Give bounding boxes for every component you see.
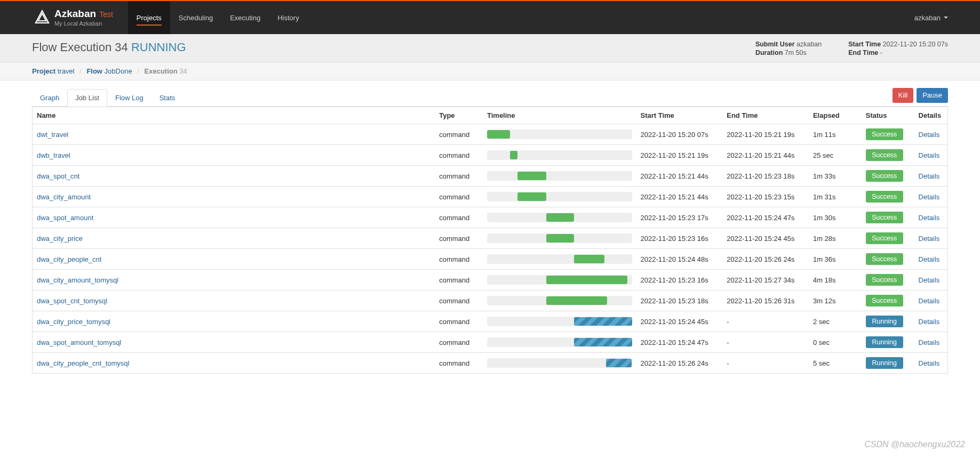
brand-tagline: My Local Azkaban bbox=[54, 20, 113, 27]
user-menu[interactable]: azkaban bbox=[914, 14, 948, 22]
start-time-label: Start Time bbox=[848, 41, 881, 48]
details-link[interactable]: Details bbox=[919, 255, 940, 263]
job-name-link[interactable]: dwt_travel bbox=[37, 131, 68, 139]
nav-item-history[interactable]: History bbox=[269, 1, 307, 34]
job-name-link[interactable]: dwa_city_price bbox=[37, 235, 83, 243]
job-name-link[interactable]: dwa_city_price_tomysql bbox=[37, 318, 110, 326]
status-badge: Success bbox=[866, 191, 903, 203]
caret-down-icon bbox=[944, 17, 948, 19]
job-name-link[interactable]: dwb_travel bbox=[37, 151, 70, 159]
details-link[interactable]: Details bbox=[919, 172, 940, 180]
exec-title-prefix: Flow Execution 34 bbox=[32, 41, 128, 54]
job-name-link[interactable]: dwa_city_amount bbox=[37, 193, 91, 201]
table-row: dwa_city_amount_tomysqlcommand2022-11-20… bbox=[33, 270, 948, 290]
kill-button[interactable]: Kill bbox=[893, 88, 913, 103]
duration-label: Duration bbox=[755, 49, 783, 57]
job-end: 2022-11-20 15:24 45s bbox=[722, 228, 809, 249]
job-type: command bbox=[435, 228, 483, 249]
timeline-bar bbox=[487, 254, 632, 264]
job-type: command bbox=[435, 187, 483, 207]
status-badge: Success bbox=[866, 149, 903, 161]
details-link[interactable]: Details bbox=[919, 214, 940, 222]
tab-flow-log[interactable]: Flow Log bbox=[107, 89, 152, 107]
col-timeline: Timeline bbox=[483, 107, 636, 124]
job-end: 2022-11-20 15:23 18s bbox=[722, 166, 809, 187]
job-name-link[interactable]: dwa_spot_amount bbox=[37, 214, 93, 222]
job-name-link[interactable]: dwa_spot_amount_tomysql bbox=[37, 338, 121, 346]
nav-item-scheduling[interactable]: Scheduling bbox=[170, 1, 221, 34]
breadcrumb-flow[interactable]: Flow JobDone bbox=[86, 67, 132, 75]
timeline-fill bbox=[546, 234, 574, 243]
azkaban-logo-icon bbox=[34, 10, 50, 26]
details-link[interactable]: Details bbox=[919, 235, 940, 243]
job-name-link[interactable]: dwa_city_people_cnt bbox=[37, 255, 101, 263]
details-link[interactable]: Details bbox=[919, 151, 940, 159]
timeline-fill bbox=[546, 276, 627, 284]
table-row: dwa_city_price_tomysqlcommand2022-11-20 … bbox=[33, 311, 948, 332]
breadcrumb-project[interactable]: Project travel bbox=[32, 67, 75, 75]
status-badge: Success bbox=[866, 232, 903, 244]
job-elapsed: 0 sec bbox=[809, 332, 862, 353]
nav-item-executing[interactable]: Executing bbox=[221, 1, 269, 34]
job-type: command bbox=[435, 311, 483, 332]
pause-button[interactable]: Pause bbox=[917, 88, 948, 103]
status-badge: Success bbox=[866, 253, 903, 265]
brand-main: Azkaban bbox=[54, 9, 96, 20]
job-start: 2022-11-20 15:23 16s bbox=[636, 228, 723, 249]
details-link[interactable]: Details bbox=[919, 276, 940, 284]
brand[interactable]: Azkaban Test My Local Azkaban bbox=[0, 9, 123, 27]
tab-stats[interactable]: Stats bbox=[152, 89, 184, 107]
timeline-bar bbox=[487, 296, 632, 305]
job-start: 2022-11-20 15:21 44s bbox=[636, 187, 723, 207]
start-time: 2022-11-20 15:20 07s bbox=[883, 41, 948, 48]
timeline-fill bbox=[517, 192, 546, 201]
job-type: command bbox=[435, 290, 483, 311]
job-name-link[interactable]: dwa_city_amount_tomysql bbox=[37, 276, 118, 284]
timeline-bar bbox=[487, 233, 632, 243]
job-start: 2022-11-20 15:24 47s bbox=[636, 332, 723, 353]
nav-item-projects[interactable]: Projects bbox=[128, 1, 170, 34]
execution-title: Flow Execution 34 RUNNING bbox=[32, 41, 186, 54]
job-name-link[interactable]: dwa_spot_cnt_tomysql bbox=[37, 297, 107, 305]
job-end: 2022-11-20 15:27 34s bbox=[722, 270, 809, 290]
job-start: 2022-11-20 15:20 07s bbox=[636, 124, 723, 145]
tab-graph[interactable]: Graph bbox=[32, 89, 67, 107]
tab-job-list[interactable]: Job List bbox=[67, 89, 107, 107]
timeline-bar bbox=[487, 213, 632, 222]
details-link[interactable]: Details bbox=[919, 338, 940, 346]
job-start: 2022-11-20 15:26 24s bbox=[636, 353, 723, 374]
job-name-link[interactable]: dwa_city_people_cnt_tomysql bbox=[37, 359, 129, 367]
nav-menu: ProjectsSchedulingExecutingHistory bbox=[128, 1, 308, 34]
job-elapsed: 1m 36s bbox=[809, 249, 862, 270]
timeline-fill bbox=[510, 151, 517, 159]
timeline-fill bbox=[546, 296, 607, 305]
status-badge: Success bbox=[866, 295, 903, 306]
details-link[interactable]: Details bbox=[919, 359, 940, 367]
job-elapsed: 2 sec bbox=[809, 311, 862, 332]
table-row: dwa_spot_cntcommand2022-11-20 15:21 44s2… bbox=[33, 166, 948, 187]
table-row: dwa_city_people_cnt_tomysqlcommand2022-1… bbox=[33, 353, 948, 374]
details-link[interactable]: Details bbox=[919, 193, 940, 201]
job-start: 2022-11-20 15:21 44s bbox=[636, 166, 723, 187]
table-header-row: Name Type Timeline Start Time End Time E… bbox=[33, 107, 948, 124]
timeline-bar bbox=[487, 150, 632, 160]
col-details: Details bbox=[914, 107, 948, 124]
status-badge: Success bbox=[866, 212, 903, 223]
exec-title-status: RUNNING bbox=[131, 41, 186, 54]
timeline-bar bbox=[487, 358, 632, 368]
job-type: command bbox=[435, 332, 483, 353]
timeline-bar bbox=[487, 275, 632, 285]
job-type: command bbox=[435, 124, 483, 145]
submit-user: azkaban bbox=[796, 41, 822, 48]
details-link[interactable]: Details bbox=[919, 297, 940, 305]
end-time: - bbox=[880, 49, 882, 57]
details-link[interactable]: Details bbox=[919, 131, 940, 139]
job-start: 2022-11-20 15:24 45s bbox=[636, 311, 723, 332]
timeline-fill bbox=[574, 317, 632, 326]
job-list-table: Name Type Timeline Start Time End Time E… bbox=[32, 107, 948, 374]
job-start: 2022-11-20 15:23 18s bbox=[636, 290, 723, 311]
details-link[interactable]: Details bbox=[919, 318, 940, 326]
job-elapsed: 25 sec bbox=[809, 145, 862, 166]
tabs: GraphJob ListFlow LogStats bbox=[32, 89, 183, 106]
job-name-link[interactable]: dwa_spot_cnt bbox=[37, 172, 79, 180]
